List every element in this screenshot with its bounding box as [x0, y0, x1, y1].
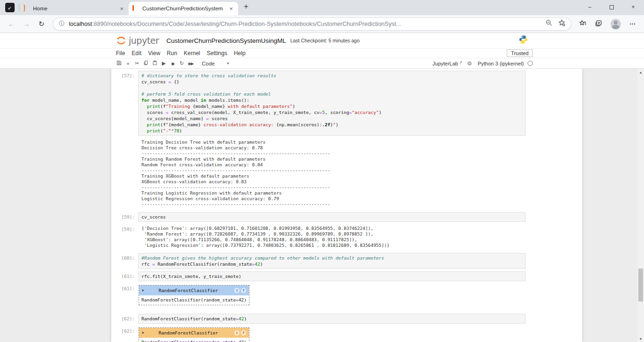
- fitted-info-icon[interactable]: i: [234, 288, 239, 293]
- back-button[interactable]: ←: [5, 20, 17, 28]
- menu-file[interactable]: File: [113, 50, 128, 57]
- menu-edit[interactable]: Edit: [128, 50, 145, 57]
- close-tab-icon[interactable]: ×: [118, 5, 125, 12]
- notebook-content: [57]:# dictionary to store the cross val…: [0, 69, 644, 342]
- help-doc-icon[interactable]: ?: [241, 288, 246, 293]
- menu-run[interactable]: Run: [164, 50, 181, 57]
- code-input-area[interactable]: cv_scores: [138, 212, 526, 222]
- code-line: cv_scores[model_name] = scores: [141, 115, 522, 122]
- scrollbar-thumb[interactable]: [638, 269, 643, 301]
- cell-row: [61]:rfc.fit(X_train_smote, y_train_smot…: [111, 271, 582, 281]
- estimator-repr-text: RandomForestClassifier(random_state=42): [139, 295, 249, 305]
- add-cell-icon[interactable]: +: [124, 61, 132, 66]
- checkpoint-text: Last Checkpoint: 5 minutes ago: [290, 38, 360, 43]
- maximize-button[interactable]: [601, 0, 622, 14]
- menu-kernel[interactable]: Kernel: [181, 50, 204, 57]
- code-input-area[interactable]: #Random Forest gives the highest accurac…: [138, 253, 526, 269]
- restart-kernel-icon[interactable]: ↻: [177, 60, 186, 66]
- code-input-area[interactable]: RandomForestClassifier(random_state=42): [138, 314, 526, 324]
- address-bar[interactable]: ⓘ localhost:8890/notebooks/Documents/Cod…: [53, 17, 571, 31]
- cell-row: [59]:{'Decision Tree': array([0.68297101…: [111, 224, 582, 253]
- code-input-area[interactable]: # dictionary to store the cross validati…: [138, 71, 526, 136]
- code-line: # perform 5-fold cross validation for ea…: [141, 91, 522, 97]
- fitted-info-icon[interactable]: i: [234, 330, 239, 335]
- cell-body: # dictionary to store the cross validati…: [138, 71, 526, 136]
- notebook-panel: [57]:# dictionary to store the cross val…: [111, 69, 582, 342]
- cell-body: RandomForestClassifier(random_state=42): [138, 314, 526, 324]
- tab-home[interactable]: Home ×: [19, 2, 129, 15]
- cell-row: [61]:▾RandomForestClassifieri?RandomFore…: [111, 284, 582, 314]
- browser-titlebar: ↙ Home × CustomerChurnPredictionSystem ×…: [0, 0, 644, 15]
- menu-settings[interactable]: Settings: [204, 50, 231, 57]
- notebook-book-icon: [132, 5, 139, 12]
- settings-more-icon[interactable]: ⋯: [629, 20, 636, 27]
- site-info-icon[interactable]: ⓘ: [59, 20, 65, 28]
- kernel-status-icon: [528, 61, 533, 66]
- notebook-cells: [57]:# dictionary to store the cross val…: [111, 71, 582, 342]
- estimator-header[interactable]: ▾RandomForestClassifieri?: [139, 285, 249, 295]
- tab-label: Home: [33, 6, 118, 11]
- url-text[interactable]: localhost:8890/notebooks/Documents/Code/…: [69, 21, 540, 27]
- cell-output-text: Training Decision Tree with default para…: [141, 139, 526, 207]
- jupyterlab-link[interactable]: JupyterLab: [432, 61, 458, 66]
- close-window-button[interactable]: ×: [622, 0, 644, 14]
- cell-row: Training Decision Tree with default para…: [111, 138, 582, 212]
- interrupt-kernel-icon[interactable]: ■: [168, 61, 177, 66]
- estimator-label: RandomForestClassifier: [144, 288, 233, 293]
- code-line: rfc.fit(X_train_smote, y_train_smote): [141, 273, 522, 279]
- kernel-name[interactable]: Python 3 (ipykernel): [478, 61, 524, 66]
- forward-button[interactable]: →: [20, 20, 33, 28]
- jupyter-menubar: File Edit View Run Kernel Settings Help …: [0, 49, 644, 58]
- tab-actions-icon[interactable]: ↙: [5, 3, 15, 12]
- trusted-button[interactable]: Trusted: [507, 49, 533, 57]
- chevron-down-icon: ▾: [227, 61, 229, 65]
- jupyter-logo: jupyter: [115, 35, 159, 46]
- code-line: for model_name, model in models.items():: [141, 97, 522, 103]
- menu-help[interactable]: Help: [231, 50, 249, 57]
- close-tab-icon[interactable]: ×: [228, 5, 234, 12]
- paste-cell-icon[interactable]: [150, 60, 159, 66]
- maximize-box-icon: [610, 5, 614, 9]
- jupyter-toolbar: + ✂ ▶ ■ ↻ ▶▶ Code ▾ JupyterLab ↗ ⚙ Pytho…: [0, 58, 644, 69]
- cell-type-value: Code: [202, 61, 215, 66]
- notebook-title[interactable]: CustomerChurnPredictionSystemUsingML: [166, 37, 286, 44]
- cell-body: Training Decision Tree with default para…: [138, 138, 526, 212]
- cut-cell-icon[interactable]: ✂: [132, 60, 141, 66]
- scroll-up-icon[interactable]: ▲: [637, 69, 644, 75]
- help-doc-icon[interactable]: ?: [241, 330, 246, 335]
- estimator-header[interactable]: ▾RandomForestClassifieri?: [139, 328, 249, 338]
- profile-avatar[interactable]: [611, 19, 621, 29]
- page-scrollbar[interactable]: ▲ ▼: [637, 69, 644, 342]
- scroll-down-icon[interactable]: ▼: [637, 335, 644, 342]
- minimize-button[interactable]: –: [579, 0, 601, 14]
- code-line: print(f"Training {model_name} with defau…: [141, 103, 522, 109]
- cell-body: cv_scores: [138, 212, 526, 222]
- favorites-bar-icon[interactable]: [579, 20, 586, 28]
- save-icon[interactable]: [115, 60, 124, 66]
- code-input-area[interactable]: rfc.fit(X_train_smote, y_train_smote): [138, 271, 526, 281]
- menu-view[interactable]: View: [145, 50, 164, 57]
- zoom-out-icon[interactable]: [545, 19, 553, 28]
- add-favorite-icon[interactable]: [558, 19, 565, 28]
- cell-row: [59]:cv_scores: [111, 212, 582, 222]
- new-tab-button[interactable]: +: [244, 2, 248, 11]
- restart-run-all-icon[interactable]: ▶▶: [186, 61, 195, 66]
- execution-prompt: [57]:: [111, 71, 138, 136]
- cell-body: {'Decision Tree': array([0.68297101, 0.7…: [138, 224, 526, 253]
- tab-notebook[interactable]: CustomerChurnPredictionSystem ×: [129, 2, 238, 15]
- execution-prompt: [59]:: [111, 224, 138, 253]
- code-line: # dictionary to store the cross validati…: [141, 73, 522, 79]
- collections-icon[interactable]: [595, 20, 602, 28]
- copy-cell-icon[interactable]: [141, 60, 150, 66]
- estimator-widget: ▾RandomForestClassifieri?RandomForestCla…: [139, 327, 249, 342]
- cell-type-dropdown[interactable]: Code ▾: [202, 61, 229, 66]
- execution-prompt: [60]:: [111, 253, 138, 269]
- estimator-repr-text: RandomForestClassifier(random_state=42): [139, 338, 249, 342]
- run-cell-icon[interactable]: ▶: [159, 60, 168, 66]
- code-line: [141, 85, 522, 91]
- refresh-button[interactable]: ↻: [35, 20, 48, 28]
- code-line: #Random Forest gives the highest accurac…: [141, 255, 522, 261]
- gear-icon[interactable]: ⚙: [467, 60, 472, 67]
- code-line: print("-"*70): [141, 128, 522, 134]
- code-line: RandomForestClassifier(random_state=42): [141, 316, 522, 322]
